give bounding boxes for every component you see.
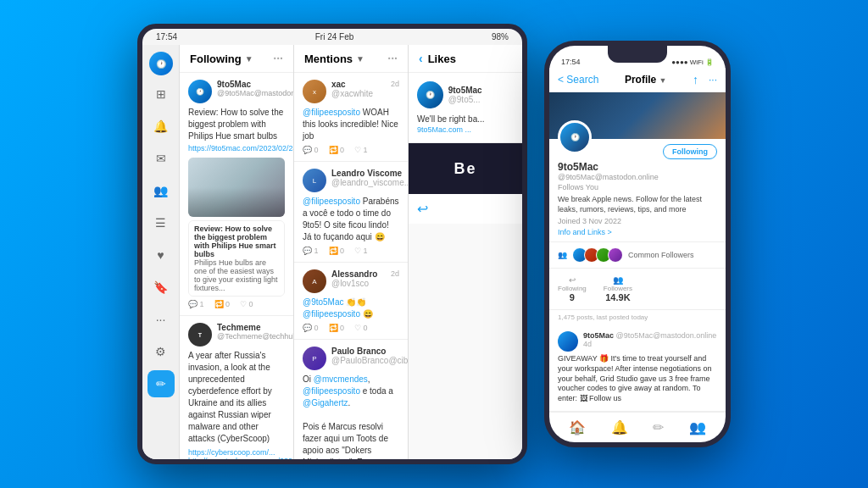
tweet-name: Techmeme	[217, 323, 293, 332]
sidebar-avatar[interactable]: 🕐	[149, 52, 173, 75]
mention-item: L Leandro Viscome @leandro_viscome... 2d…	[294, 162, 408, 263]
phone-home-icon[interactable]: 🏠	[569, 419, 586, 435]
tweet-avatar: A	[303, 269, 326, 293]
tweet-meta: Alessandro @lov1sco	[331, 269, 386, 288]
phone-info-links[interactable]: Info and Links >	[558, 228, 717, 236]
tweet-avatar: P	[303, 347, 326, 370]
tweet-name: Paulo Branco @PauloBranco@ciberia...	[331, 347, 408, 365]
tweet-header: L Leandro Viscome @leandro_viscome... 2d	[303, 169, 399, 192]
sidebar-people-icon[interactable]: 👥	[147, 177, 175, 204]
tweet-header: x xac @xacwhite 2d	[303, 80, 399, 103]
sidebar-more-icon[interactable]: ···	[147, 306, 175, 333]
tweet-item: 🕐 9to5Mac @9to5Mac@mastodon... 26m Revie…	[180, 73, 293, 316]
likes-tweet: 🕐 9to5Mac @9to5... We'll be right ba... …	[409, 73, 522, 143]
tablet-device: 17:54 Fri 24 Feb 98% 🕐 ⊞ 🔔 ✉ 👥 ☰ ♥ 🔖 ···…	[137, 24, 527, 464]
phone-more-icon[interactable]: ···	[709, 74, 717, 86]
phone-device: 17:54 ●●●● WiFi 🔋 < Search Profile ▼ ↑ ·…	[544, 41, 731, 447]
like-action[interactable]: ♡ 1	[354, 146, 368, 154]
following-chevron-icon: ▼	[245, 54, 253, 64]
like-action[interactable]: ♡ 0	[240, 300, 253, 308]
back-icon[interactable]: ‹	[419, 52, 423, 65]
reply-icon[interactable]: ↩	[417, 201, 428, 217]
phone-compose-icon[interactable]: ✏	[653, 419, 664, 435]
phone-notifications-icon[interactable]: 🔔	[611, 419, 628, 435]
reply-action[interactable]: 💬 1	[188, 300, 204, 308]
retweet-action[interactable]: 🔁 0	[329, 247, 345, 255]
mentions-column-title: Mentions	[304, 53, 353, 65]
profile-dropdown-icon[interactable]: ▼	[659, 76, 667, 85]
mentions-column-header[interactable]: Mentions ▼ ···	[294, 45, 408, 73]
likes-column: ‹ Likes 🕐 9to5Mac @9to5... We'll be righ…	[409, 45, 522, 459]
phone-common-followers: 👥 Common Followers	[549, 242, 726, 269]
phone-time: 17:54	[561, 58, 581, 66]
tweet-name: Leandro Viscome @leandro_viscome...	[331, 169, 408, 187]
phone-back-button[interactable]: < Search	[558, 74, 598, 86]
tweet-name: Alessandro @lov1sco	[331, 269, 386, 288]
tweet-time: 2d	[391, 80, 399, 88]
sidebar-lists-icon[interactable]: ☰	[147, 209, 175, 236]
tweet-card: Review: How to solve the biggest problem…	[188, 220, 285, 297]
tweet-header: 🕐 9to5Mac @9to5Mac@mastodon... 26m	[188, 80, 285, 103]
following-column: Following ▼ ··· 🕐 9to5Mac @9to5Mac@masto…	[180, 45, 294, 459]
following-menu-icon[interactable]: ···	[273, 52, 283, 65]
phone-share-icon[interactable]: ↑	[693, 73, 698, 86]
following-stat-icon: ↩	[569, 275, 576, 285]
tweet-body: @filipeesposito WOAH this looks incredib…	[303, 107, 399, 142]
mention-item: A Alessandro @lov1sco 2d @9to5Mac 👏👏 @fi…	[294, 263, 408, 340]
mentions-column-scroll[interactable]: x xac @xacwhite 2d @filipeesposito WOAH …	[294, 73, 408, 459]
reply-action[interactable]: 💬 0	[303, 146, 319, 154]
phone-profile-avatar[interactable]: 🕐	[558, 120, 592, 154]
following-stat-label: Following	[558, 285, 587, 292]
tweet-body: @filipeesposito Parabéns a você e todo o…	[303, 196, 399, 243]
tweet-avatar: T	[188, 323, 212, 347]
retweet-action[interactable]: 🔁 0	[329, 324, 345, 332]
tweet-meta: xac @xacwhite	[331, 80, 386, 98]
phone-tweet-header: 9to5Mac @9to5Mac@mastodon.online 4d	[558, 331, 717, 352]
reply-action[interactable]: 💬 0	[303, 324, 319, 332]
phone-bottom-bar: 🏠 🔔 ✏ 👥	[549, 412, 726, 442]
sidebar-likes-icon[interactable]: ♥	[147, 241, 175, 269]
people-icon: 👥	[558, 251, 567, 259]
like-action[interactable]: ♡ 1	[354, 247, 368, 255]
tweet-card-title: Review: How to solve the biggest problem…	[194, 225, 279, 258]
sidebar-messages-icon[interactable]: ✉	[147, 145, 175, 172]
likes-column-header[interactable]: ‹ Likes	[409, 45, 522, 73]
tweet-link[interactable]: https://cyberscoop.com/...	[188, 448, 285, 457]
likes-tweet-link[interactable]: 9to5Mac.com ...	[417, 125, 514, 134]
sidebar-home-icon[interactable]: ⊞	[147, 80, 175, 108]
like-action[interactable]: ♡ 0	[354, 324, 368, 332]
following-stat[interactable]: ↩ Following 9	[558, 275, 587, 302]
tweet-link-2[interactable]: http://www.techmeme.com/230224...	[188, 457, 285, 459]
sidebar-compose-icon[interactable]: ✏	[147, 370, 175, 397]
phone-stats: ↩ Following 9 👥 Followers 14.9K	[549, 269, 726, 310]
likes-reply-section: ↩	[409, 194, 522, 224]
phone-content: < Search Profile ▼ ↑ ··· 🕐 Following 9to…	[549, 68, 726, 412]
reply-action[interactable]: 💬 1	[303, 247, 319, 255]
tweet-handle: @9to5Mac@mastodon...	[217, 89, 293, 97]
tweet-header: T Techmeme @Techmeme@techhub... 33m	[188, 323, 285, 347]
phone-tweet-avatar	[558, 331, 578, 352]
phone-follow-button[interactable]: Following	[663, 144, 717, 159]
phone-profile-icon[interactable]: 👥	[689, 419, 706, 435]
retweet-action[interactable]: 🔁 0	[214, 300, 231, 308]
phone-joined-date: Joined 3 Nov 2022	[558, 217, 717, 225]
tweet-card-desc: Philips Hue bulbs are one of the easiest…	[194, 258, 279, 292]
sidebar-bookmarks-icon[interactable]: 🔖	[147, 274, 175, 301]
following-stat-value: 9	[570, 292, 575, 302]
likes-avatar: 🕐	[417, 81, 443, 108]
followers-stat-value: 14.9K	[605, 292, 630, 302]
sidebar-notifications-icon[interactable]: 🔔	[147, 113, 175, 140]
mentions-menu-icon[interactable]: ···	[387, 52, 398, 65]
phone-profile-bio: We break Apple news. Follow for the late…	[558, 195, 717, 214]
tweet-link[interactable]: https://9to5mac.com/2023/02/24...	[188, 144, 293, 152]
tweet-meta: Paulo Branco @PauloBranco@ciberia...	[331, 347, 408, 365]
mention-item: x xac @xacwhite 2d @filipeesposito WOAH …	[294, 73, 408, 162]
retweet-action[interactable]: 🔁 0	[329, 146, 345, 154]
tweet-actions: 💬 1 🔁 0 ♡ 1	[303, 247, 399, 255]
phone-tweet-handle: @9to5Mac@mastodon.online	[616, 331, 717, 340]
likes-tweet-name: 9to5Mac @9to5...	[448, 86, 514, 104]
followers-stat[interactable]: 👥 Followers 14.9K	[604, 275, 632, 302]
sidebar-search-icon[interactable]: ⚙	[147, 338, 175, 365]
following-column-header[interactable]: Following ▼ ···	[180, 45, 293, 73]
following-column-scroll[interactable]: 🕐 9to5Mac @9to5Mac@mastodon... 26m Revie…	[180, 73, 293, 459]
